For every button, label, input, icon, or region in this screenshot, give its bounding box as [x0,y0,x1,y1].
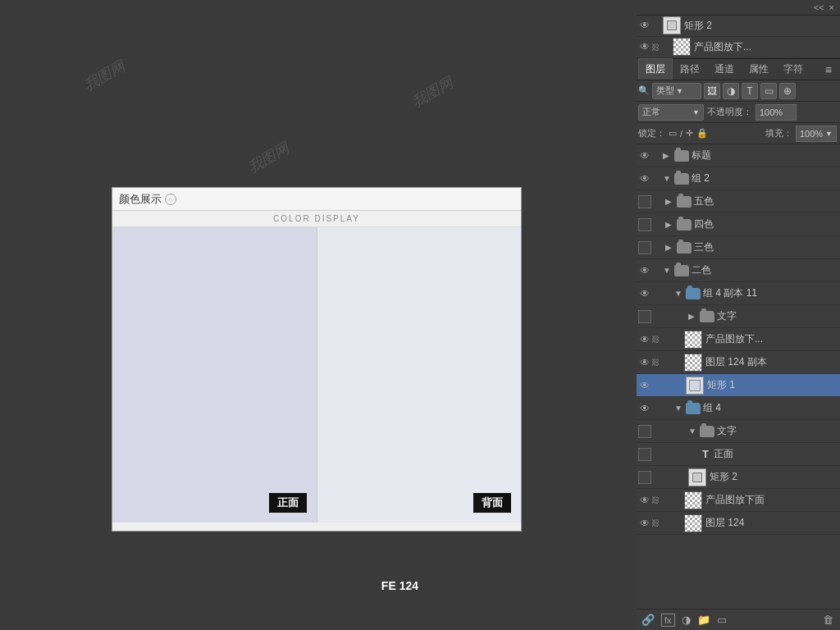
layer-arrow-sise[interactable]: ▶ [665,220,677,229]
filter-type-dropdown[interactable]: 类型 ▼ [652,83,701,99]
layer-arrow-sanse[interactable]: ▶ [665,243,677,252]
tab-paths[interactable]: 路径 [673,58,707,80]
layer-thumb-rect1 [686,377,704,395]
layer-row-erase[interactable]: 👁 ▼ 二色 [635,259,840,282]
bottom-adjustment-icon[interactable]: ◑ [682,614,691,626]
layer-row-group2[interactable]: 👁 ▼ 组 2 [635,167,840,190]
layer-eye-group4copy11[interactable]: 👁 [638,287,651,300]
layer-vis-wenzi1[interactable] [638,310,651,323]
layer-row-wenzi2[interactable]: ▼ 文字 [635,420,840,443]
layer-arrow-biaoti[interactable]: ▶ [663,151,674,160]
layer-eye-product-bottom[interactable]: 👁 [638,494,651,507]
layer-folder-icon-group2 [674,173,689,185]
layer-eye-biaoti[interactable]: 👁 [638,149,651,162]
layer-row-group4copy11[interactable]: 👁 ▼ 组 4 副本 11 [635,282,840,305]
layer-arrow-erase[interactable]: ▼ [663,266,674,275]
layer-arrow-group4[interactable]: ▼ [674,404,686,413]
tab-properties[interactable]: 属性 [742,58,776,80]
lock-icon-lock[interactable]: 🔒 [696,128,708,139]
lock-icon-move[interactable]: ✛ [686,128,693,139]
filter-type-label: 类型 [656,84,674,97]
layer-arrow-wuse[interactable]: ▶ [665,197,677,206]
blend-mode-dropdown[interactable]: 正常 ▼ [638,104,704,121]
tab-characters[interactable]: 字符 [776,58,810,80]
layer-row-zhengmian[interactable]: T 正面 [635,443,840,466]
layer-row-group4[interactable]: 👁 ▼ 组 4 [635,397,840,420]
layer-vis-rect2[interactable] [638,471,651,484]
panel-label-back: 背面 [473,493,511,513]
layer-arrow-wenzi2[interactable]: ▼ [688,427,700,436]
tab-channels[interactable]: 通道 [707,58,742,80]
dialog-title-icon: ○ [165,194,176,205]
layer-vis-sanse[interactable] [638,241,651,254]
layer-chain-124copy: ⛓ [651,358,660,367]
layer-eye-product1[interactable]: 👁 [638,333,651,346]
bottom-fx-icon[interactable]: fx [661,614,675,627]
layer-row-sise[interactable]: ▶ 四色 [635,213,840,236]
lock-icon-brush[interactable]: / [680,129,682,139]
layer-row-124copy[interactable]: 👁 ⛓ 图层 124 副本 [635,351,840,374]
layer-vis-wenzi2[interactable] [638,425,651,438]
layer-eye-rect2[interactable]: 👁 [638,19,651,32]
fe124-label: FE 124 [377,578,423,594]
bottom-folder-icon[interactable]: 📁 [697,614,710,626]
tab-layers[interactable]: 图层 [638,58,673,80]
filter-icon-shape[interactable]: ▭ [760,83,777,99]
layer-row-124[interactable]: 👁 ⛓ 图层 124 [635,512,840,535]
bottom-mask-icon[interactable]: ▭ [717,614,727,626]
bottom-link-icon[interactable]: 🔗 [641,614,655,626]
top-layer-row-rect2[interactable]: 👁 矩形 2 [635,16,840,37]
layer-thumb-product1 [684,331,702,349]
layer-eye-group4[interactable]: 👁 [638,402,651,415]
layer-arrow-wenzi1[interactable]: ▶ [688,312,700,321]
layer-eye-rect1[interactable]: 👁 [638,379,651,392]
layer-row-product1[interactable]: 👁 ⛓ 产品图放下... [635,328,840,351]
layer-vis-zhengmian[interactable] [638,448,651,461]
filter-icon-image[interactable]: 🖼 [704,83,720,99]
blend-mode-value: 正常 [642,106,660,118]
lock-label: 锁定： [638,127,665,139]
layer-row-rect2-list[interactable]: 矩形 2 [635,466,840,489]
layer-row-sanse[interactable]: ▶ 三色 [635,236,840,259]
layer-eye-124copy[interactable]: 👁 [638,356,651,369]
layer-thumb-rect2 [663,16,681,34]
layer-name-124: 图层 124 [705,516,837,530]
layer-vis-wuse[interactable] [638,195,651,208]
layer-chain-product-bottom: ⛓ [651,495,660,504]
layer-thumb-124 [684,514,702,532]
panel-collapse-btn[interactable]: << [811,2,827,12]
layer-eye-124[interactable]: 👁 [638,517,651,530]
fill-label: 填充： [765,127,792,139]
layer-eye-erase[interactable]: 👁 [638,264,651,277]
layer-name-group2: 组 2 [692,171,837,185]
bottom-trash-icon[interactable]: 🗑 [823,614,833,626]
filter-icon-smart[interactable]: ⊕ [779,83,796,99]
layer-eye-product[interactable]: 👁 [638,40,651,53]
panel-close-btn[interactable]: × [827,2,837,12]
ps-layers-list: 👁 ▶ 标题 👁 ▼ 组 2 ▶ 五色 ▶ 四色 [635,144,840,609]
filter-icon-adjust[interactable]: ◑ [723,83,739,99]
top-layer-row-product[interactable]: 👁 ⛓ 产品图放下... [635,37,840,58]
dialog-panel-left: 正面 [112,227,317,523]
layer-arrow-group4copy11[interactable]: ▼ [674,289,686,298]
opacity-input[interactable]: 100% [756,104,797,121]
layer-row-biaoti[interactable]: 👁 ▶ 标题 [635,144,840,167]
layer-thumb-124copy [684,354,702,372]
fill-input[interactable]: 100%▼ [796,126,837,142]
ps-lock-row: 锁定： ▭ / ✛ 🔒 填充： 100%▼ [635,123,840,144]
ps-filter-row: 🔍 类型 ▼ 🖼 ◑ T ▭ ⊕ [635,80,840,102]
dialog-titlebar: 颜色展示 ○ [112,188,521,211]
ps-panel-top-strip: << × 👁 矩形 2 👁 ⛓ 产品图放下... [635,0,840,59]
tab-menu-btn[interactable]: ≡ [820,60,837,80]
filter-icon-text[interactable]: T [742,83,758,99]
layer-name-product1: 产品图放下... [705,332,837,346]
layer-row-product-bottom[interactable]: 👁 ⛓ 产品图放下面 [635,489,840,512]
layer-vis-sise[interactable] [638,218,651,231]
lock-icon-rect[interactable]: ▭ [669,128,677,139]
layer-row-rect1[interactable]: 👁 矩形 1 [635,374,840,397]
layer-row-wenzi1[interactable]: ▶ 文字 [635,305,840,328]
layer-eye-group2[interactable]: 👁 [638,172,651,185]
dialog-subtitle: COLOR DISPLAY [112,211,521,227]
layer-arrow-group2[interactable]: ▼ [663,174,674,183]
layer-row-wuse[interactable]: ▶ 五色 [635,190,840,213]
